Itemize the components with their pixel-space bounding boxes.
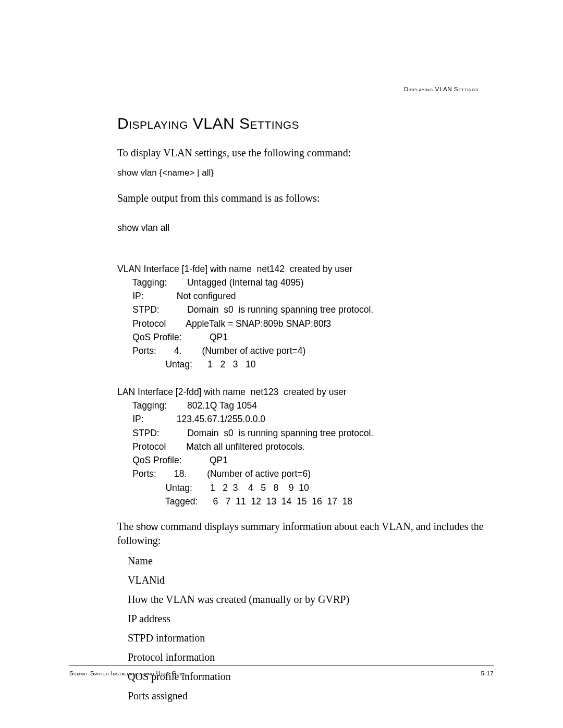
list-item: Ports assigned <box>128 689 494 703</box>
running-header: Displaying VLAN Settings <box>404 85 479 94</box>
list-item: STPD information <box>128 631 494 645</box>
command-syntax: show vlan {<name> | all} <box>117 166 494 180</box>
summary-cmd: show <box>136 522 158 532</box>
list-item: VLANid <box>128 573 494 587</box>
sample-output: show vlan all VLAN Interface [1-fde] wit… <box>117 221 494 508</box>
section-title: Displaying VLAN Settings <box>117 113 494 134</box>
summary-post: command displays summary information abo… <box>117 521 484 546</box>
footer-right: 5-17 <box>481 670 494 678</box>
list-item: Name <box>128 554 494 568</box>
intro-paragraph: To display VLAN settings, use the follow… <box>117 146 494 160</box>
summary-list: Name VLANid How the VLAN was created (ma… <box>128 554 494 703</box>
page-footer: Summit Switch Installation and User Guid… <box>69 665 494 678</box>
page: Displaying VLAN Settings Displaying VLAN… <box>0 0 563 728</box>
list-item: IP address <box>128 612 494 626</box>
list-item: How the VLAN was created (manually or by… <box>128 593 494 607</box>
footer-left: Summit Switch Installation and User Guid… <box>69 670 188 678</box>
sample-intro-paragraph: Sample output from this command is as fo… <box>117 191 494 205</box>
summary-paragraph: The show command displays summary inform… <box>117 520 494 548</box>
list-item: Protocol information <box>128 650 494 664</box>
summary-pre: The <box>117 521 136 532</box>
